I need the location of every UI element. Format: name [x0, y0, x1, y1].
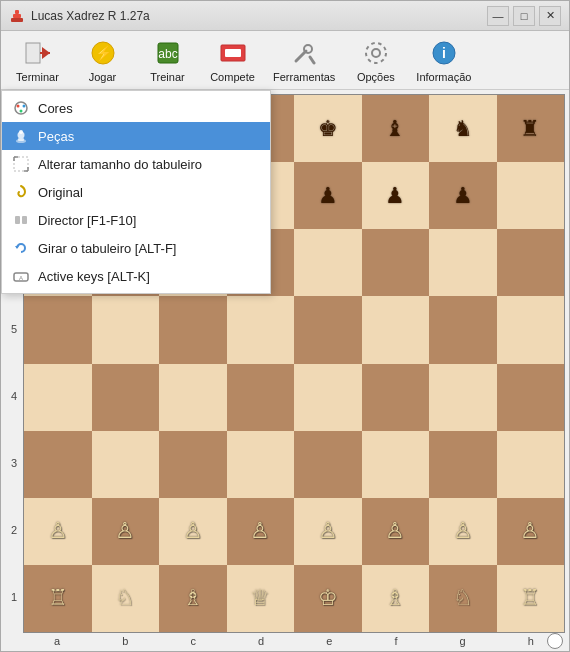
square-g2[interactable]: ♙ [429, 498, 497, 565]
piece-h8: ♜ [520, 118, 540, 140]
square-g6[interactable] [429, 229, 497, 296]
opcoes-label: Opções [357, 71, 395, 83]
square-a3[interactable] [24, 431, 92, 498]
square-e6[interactable] [294, 229, 362, 296]
square-a4[interactable] [24, 364, 92, 431]
square-b4[interactable] [92, 364, 160, 431]
square-f4[interactable] [362, 364, 430, 431]
square-h2[interactable]: ♙ [497, 498, 565, 565]
square-d3[interactable] [227, 431, 295, 498]
square-h7[interactable] [497, 162, 565, 229]
play-icon: ⚡ [87, 37, 119, 69]
square-d1[interactable]: ♕ [227, 565, 295, 632]
svg-text:A: A [19, 275, 23, 281]
info-icon: i [428, 37, 460, 69]
square-h5[interactable] [497, 296, 565, 363]
square-f6[interactable] [362, 229, 430, 296]
square-f7[interactable]: ♟ [362, 162, 430, 229]
menu-activekeys-label: Active keys [ALT-K] [38, 269, 150, 284]
minimize-button[interactable]: — [487, 6, 509, 26]
square-g4[interactable] [429, 364, 497, 431]
svg-point-22 [20, 110, 23, 113]
file-f: f [394, 635, 397, 647]
square-c1[interactable]: ♗ [159, 565, 227, 632]
square-f3[interactable] [362, 431, 430, 498]
square-c3[interactable] [159, 431, 227, 498]
square-e1[interactable]: ♔ [294, 565, 362, 632]
menu-item-director[interactable]: Director [F1-F10] [2, 206, 270, 234]
menu-item-cores[interactable]: Cores [2, 94, 270, 122]
square-a2[interactable]: ♙ [24, 498, 92, 565]
square-e3[interactable] [294, 431, 362, 498]
terminar-label: Terminar [16, 71, 59, 83]
toolbar-opcoes[interactable]: Opções [343, 33, 408, 87]
toolbar-terminar[interactable]: Terminar [5, 33, 70, 87]
square-c5[interactable] [159, 296, 227, 363]
menu-item-alterar[interactable]: Alterar tamanho do tabuleiro [2, 150, 270, 178]
square-d2[interactable]: ♙ [227, 498, 295, 565]
square-g5[interactable] [429, 296, 497, 363]
toolbar-treinar[interactable]: abc Treinar [135, 33, 200, 87]
piece-g7: ♟ [453, 185, 473, 207]
square-h1[interactable]: ♖ [497, 565, 565, 632]
menu-item-girar[interactable]: Girar o tabuleiro [ALT-F] [2, 234, 270, 262]
keyboard-icon: A [12, 267, 30, 285]
file-d: d [258, 635, 264, 647]
square-d4[interactable] [227, 364, 295, 431]
square-b5[interactable] [92, 296, 160, 363]
square-a1[interactable]: ♖ [24, 565, 92, 632]
square-b2[interactable]: ♙ [92, 498, 160, 565]
square-b3[interactable] [92, 431, 160, 498]
menu-item-original[interactable]: Original [2, 178, 270, 206]
square-h4[interactable] [497, 364, 565, 431]
menu-cores-label: Cores [38, 101, 73, 116]
square-g1[interactable]: ♘ [429, 565, 497, 632]
toolbar-compete[interactable]: Compete [200, 33, 265, 87]
square-e7[interactable]: ♟ [294, 162, 362, 229]
square-e2[interactable]: ♙ [294, 498, 362, 565]
rank-2: 2 [5, 524, 23, 536]
square-c4[interactable] [159, 364, 227, 431]
svg-point-21 [23, 105, 26, 108]
square-f1[interactable]: ♗ [362, 565, 430, 632]
chess-piece-icon [12, 127, 30, 145]
menu-item-activekeys[interactable]: A Active keys [ALT-K] [2, 262, 270, 290]
toolbar-ferramentas[interactable]: Ferramentas [265, 33, 343, 87]
square-e4[interactable] [294, 364, 362, 431]
director-icon [12, 211, 30, 229]
toolbar-informacao[interactable]: i Informação [408, 33, 479, 87]
toolbar-jogar[interactable]: ⚡ Jogar [70, 33, 135, 87]
piece-e2: ♙ [318, 520, 338, 542]
menu-director-label: Director [F1-F10] [38, 213, 136, 228]
square-h6[interactable] [497, 229, 565, 296]
menu-girar-label: Girar o tabuleiro [ALT-F] [38, 241, 176, 256]
square-c2[interactable]: ♙ [159, 498, 227, 565]
file-h: h [528, 635, 534, 647]
square-e5[interactable] [294, 296, 362, 363]
file-labels: a b c d e f g h [23, 633, 565, 649]
treinar-label: Treinar [150, 71, 184, 83]
square-h3[interactable] [497, 431, 565, 498]
window-title: Lucas Xadrez R 1.27a [31, 9, 487, 23]
svg-rect-27 [14, 157, 28, 171]
circle-indicator [547, 633, 563, 649]
square-g3[interactable] [429, 431, 497, 498]
maximize-button[interactable]: □ [513, 6, 535, 26]
square-h8[interactable]: ♜ [497, 95, 565, 162]
svg-rect-1 [13, 14, 21, 18]
svg-text:abc: abc [158, 47, 177, 61]
square-b1[interactable]: ♘ [92, 565, 160, 632]
square-g7[interactable]: ♟ [429, 162, 497, 229]
square-g8[interactable]: ♞ [429, 95, 497, 162]
rank-4: 4 [5, 390, 23, 402]
square-d5[interactable] [227, 296, 295, 363]
square-e8[interactable]: ♚ [294, 95, 362, 162]
close-button[interactable]: ✕ [539, 6, 561, 26]
menu-item-pecas[interactable]: Peças [2, 122, 270, 150]
square-f2[interactable]: ♙ [362, 498, 430, 565]
square-a5[interactable] [24, 296, 92, 363]
square-f5[interactable] [362, 296, 430, 363]
main-area: 8 7 6 5 4 3 2 1 ♜♛♚♝♞♜♟♟♟♟♟♟♙♙♙♙♙♙♙♙♖♘♗♕… [1, 90, 569, 651]
dropdown-menu: Cores Peças [1, 90, 271, 294]
square-f8[interactable]: ♝ [362, 95, 430, 162]
